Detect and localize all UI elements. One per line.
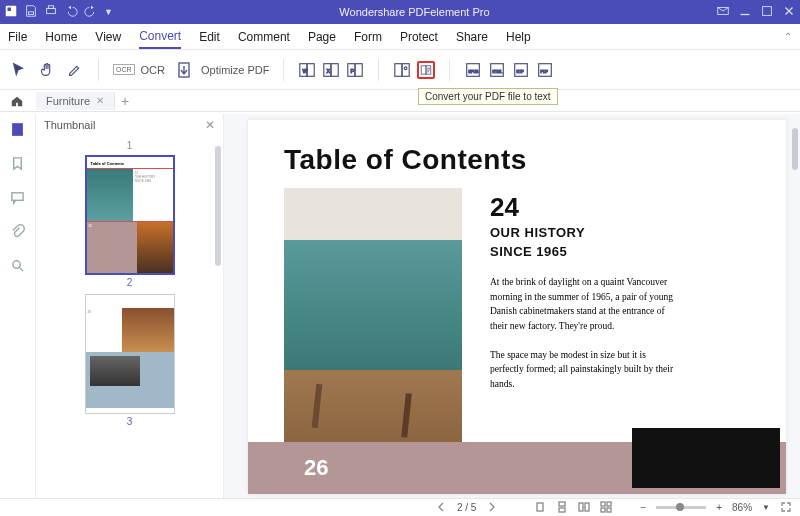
prev-page-icon[interactable] xyxy=(435,501,447,515)
app-logo-icon xyxy=(4,4,18,20)
zoom-dropdown-icon[interactable]: ▼ xyxy=(762,503,770,512)
subheading-1: OUR HISTORY xyxy=(490,225,750,242)
menu-home[interactable]: Home xyxy=(45,26,77,48)
svg-rect-17 xyxy=(395,63,402,76)
svg-rect-40 xyxy=(607,502,611,506)
thumbnail-page-3[interactable]: 28 xyxy=(85,294,175,414)
zoom-out-icon[interactable]: − xyxy=(640,502,646,513)
tabstrip: Furniture ✕ + xyxy=(0,90,800,112)
optimize-icon xyxy=(175,60,195,80)
optimize-button[interactable]: Optimize PDF xyxy=(175,60,269,80)
svg-text:RTF: RTF xyxy=(517,69,525,73)
menu-protect[interactable]: Protect xyxy=(400,26,438,48)
close-icon[interactable] xyxy=(782,4,796,20)
svg-rect-6 xyxy=(763,7,772,16)
svg-rect-31 xyxy=(12,193,23,201)
undo-icon[interactable] xyxy=(64,4,78,20)
to-excel-icon[interactable]: X xyxy=(322,61,340,79)
svg-rect-38 xyxy=(585,503,589,511)
view-facing-icon[interactable] xyxy=(578,501,590,515)
sofa-image xyxy=(284,188,462,448)
save-icon[interactable] xyxy=(24,4,38,20)
svg-text:PDF: PDF xyxy=(541,69,549,73)
menu-view[interactable]: View xyxy=(95,26,121,48)
app-title: Wondershare PDFelement Pro xyxy=(113,6,716,18)
svg-rect-9 xyxy=(307,63,314,76)
tab-close-icon[interactable]: ✕ xyxy=(96,95,104,106)
thumbnail-page-2[interactable]: Table of Contents 24OUR HISTORYSINCE 196… xyxy=(85,155,175,275)
svg-rect-41 xyxy=(601,508,605,512)
page-content: Table of Contents 24 OUR HISTORY SINCE 1… xyxy=(248,120,786,494)
subheading-2: SINCE 1965 xyxy=(490,244,750,261)
redo-icon[interactable] xyxy=(84,4,98,20)
ocr-icon: OCR xyxy=(113,64,135,75)
canvas-scrollbar[interactable] xyxy=(792,128,798,170)
zoom-slider[interactable] xyxy=(656,506,706,509)
svg-text:EPUB: EPUB xyxy=(469,69,479,73)
menu-share[interactable]: Share xyxy=(456,26,488,48)
mail-icon[interactable] xyxy=(716,4,730,20)
bookmark-panel-icon[interactable] xyxy=(10,156,25,174)
new-tab-icon[interactable]: + xyxy=(121,93,129,109)
page-indicator[interactable]: 2 / 5 xyxy=(457,502,476,513)
tab-label: Furniture xyxy=(46,95,90,107)
attachment-panel-icon[interactable] xyxy=(10,224,25,242)
hand-tool-icon[interactable] xyxy=(38,61,56,79)
ocr-button[interactable]: OCROCR xyxy=(113,64,165,76)
zoom-in-icon[interactable]: + xyxy=(716,502,722,513)
to-ppt-icon[interactable]: P xyxy=(346,61,364,79)
to-html-icon[interactable]: HTML xyxy=(488,61,506,79)
tooltip: Convert your PDF file to text xyxy=(418,88,558,105)
to-pdfa-icon[interactable]: PDF xyxy=(536,61,554,79)
edit-tool-icon[interactable] xyxy=(66,61,84,79)
svg-rect-2 xyxy=(47,8,56,13)
svg-rect-30 xyxy=(13,124,22,135)
to-epub-icon[interactable]: EPUB xyxy=(464,61,482,79)
svg-rect-15 xyxy=(355,63,362,76)
heading-number: 24 xyxy=(490,192,750,223)
svg-rect-12 xyxy=(331,63,338,76)
print-icon[interactable] xyxy=(44,4,58,20)
menu-help[interactable]: Help xyxy=(506,26,531,48)
comment-panel-icon[interactable] xyxy=(10,190,25,208)
collapse-ribbon-icon[interactable]: ⌃ xyxy=(784,31,792,42)
menubar: File Home View Convert Edit Comment Page… xyxy=(0,24,800,50)
to-word-icon[interactable]: W xyxy=(298,61,316,79)
view-facing-cont-icon[interactable] xyxy=(600,501,612,515)
thumb-scrollbar[interactable] xyxy=(215,146,221,266)
svg-rect-3 xyxy=(48,6,53,9)
view-single-icon[interactable] xyxy=(534,501,546,515)
to-rtf-icon[interactable]: RTF xyxy=(512,61,530,79)
menu-convert[interactable]: Convert xyxy=(139,25,181,49)
menu-edit[interactable]: Edit xyxy=(199,26,220,48)
stripe-number: 26 xyxy=(304,455,328,481)
thumb-number-3: 3 xyxy=(46,416,213,427)
svg-text:P: P xyxy=(351,67,355,73)
menu-file[interactable]: File xyxy=(8,26,27,48)
next-page-icon[interactable] xyxy=(486,501,498,515)
zoom-value[interactable]: 86% xyxy=(732,502,752,513)
document-tab[interactable]: Furniture ✕ xyxy=(36,92,115,110)
dark-image xyxy=(632,428,780,488)
sidebar-close-icon[interactable]: ✕ xyxy=(205,118,215,132)
to-image-icon[interactable] xyxy=(393,61,411,79)
svg-point-19 xyxy=(405,66,408,69)
menu-page[interactable]: Page xyxy=(308,26,336,48)
view-continuous-icon[interactable] xyxy=(556,501,568,515)
svg-rect-42 xyxy=(607,508,611,512)
left-rail xyxy=(0,114,36,498)
dropdown-icon[interactable]: ▼ xyxy=(104,7,113,17)
page-canvas[interactable]: Table of Contents 24 OUR HISTORY SINCE 1… xyxy=(224,114,800,498)
svg-text:W: W xyxy=(303,67,309,73)
bottom-stripe: 26 xyxy=(248,442,786,494)
search-panel-icon[interactable] xyxy=(10,258,25,276)
maximize-icon[interactable] xyxy=(760,4,774,20)
minimize-icon[interactable] xyxy=(738,4,752,20)
menu-form[interactable]: Form xyxy=(354,26,382,48)
thumbnail-panel-icon[interactable] xyxy=(10,122,25,140)
menu-comment[interactable]: Comment xyxy=(238,26,290,48)
to-text-icon[interactable] xyxy=(417,61,435,79)
home-icon[interactable] xyxy=(10,94,24,108)
fullscreen-icon[interactable] xyxy=(780,501,792,515)
select-tool-icon[interactable] xyxy=(10,61,28,79)
